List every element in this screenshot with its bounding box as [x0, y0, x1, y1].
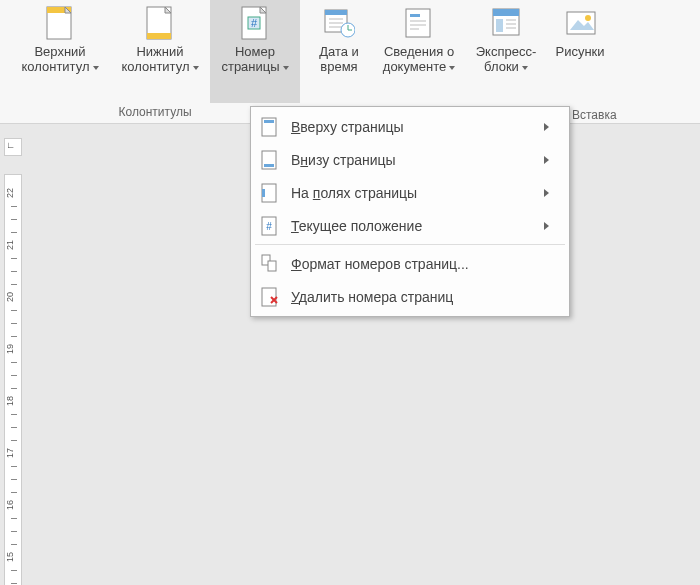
svg-rect-21 — [493, 9, 519, 16]
date-time-label-2: время — [320, 59, 357, 74]
doc-info-label-1: Сведения о — [384, 44, 454, 59]
submenu-arrow-icon — [544, 189, 549, 197]
menu-item-format-page-numbers[interactable]: Формат номеров страниц... — [251, 247, 569, 280]
page-number-button[interactable]: # Номер страницы — [210, 0, 300, 103]
menu-item-current-position[interactable]: # Текущее положение — [251, 209, 569, 242]
chevron-down-icon — [449, 66, 455, 70]
svg-text:#: # — [266, 221, 272, 232]
pictures-label: Рисунки — [555, 44, 604, 59]
submenu-arrow-icon — [544, 156, 549, 164]
submenu-arrow-icon — [544, 222, 549, 230]
pictures-button[interactable]: Рисунки — [547, 0, 613, 103]
ruler-tick: 18 — [5, 396, 21, 406]
quick-parts-label-2: блоки — [484, 59, 519, 74]
menu-item-top-of-page[interactable]: Вверху страницы — [251, 110, 569, 143]
svg-text:#: # — [251, 17, 258, 29]
svg-rect-8 — [325, 10, 347, 15]
svg-rect-15 — [406, 9, 430, 37]
menu-label: Удалить номера страниц — [291, 289, 549, 305]
header-icon — [44, 4, 76, 42]
remove-icon — [259, 286, 281, 308]
quick-parts-label-1: Экспресс- — [476, 44, 537, 59]
doc-info-label-2: документе — [383, 59, 446, 74]
svg-rect-38 — [268, 261, 276, 271]
current-pos-icon: # — [259, 215, 281, 237]
svg-rect-39 — [262, 288, 276, 306]
ruler-tick: 17 — [5, 448, 21, 458]
margins-icon — [259, 182, 281, 204]
top-page-icon — [259, 116, 281, 138]
menu-item-page-margins[interactable]: На полях страницы — [251, 176, 569, 209]
header-button[interactable]: Верхний колонтитул — [10, 0, 110, 103]
svg-rect-22 — [496, 19, 503, 32]
footer-label-1: Нижний — [136, 44, 183, 59]
page-number-icon: # — [239, 4, 271, 42]
ruler-tick: 19 — [5, 344, 21, 354]
calendar-clock-icon — [323, 4, 355, 42]
date-time-button[interactable]: Дата и время — [305, 0, 373, 103]
ruler-tick: 20 — [5, 292, 21, 302]
quick-parts-icon — [490, 4, 522, 42]
chevron-down-icon — [522, 66, 528, 70]
menu-item-remove-page-numbers[interactable]: Удалить номера страниц — [251, 280, 569, 313]
header-label-1: Верхний — [34, 44, 85, 59]
footer-button[interactable]: Нижний колонтитул — [110, 0, 210, 103]
ruler-tick: 21 — [5, 240, 21, 250]
page-number-label-2: страницы — [221, 59, 279, 74]
svg-rect-30 — [264, 120, 274, 123]
vertical-ruler[interactable]: 2221201918171615 — [4, 174, 22, 585]
ruler-tick: 15 — [5, 552, 21, 562]
chevron-down-icon — [193, 66, 199, 70]
page-number-menu: Вверху страницы Внизу страницы На полях … — [250, 106, 570, 317]
footer-label-2: колонтитул — [121, 59, 189, 74]
header-label-2: колонтитул — [21, 59, 89, 74]
ruler-corner: ∟ — [4, 138, 22, 156]
ruler-tick: 22 — [5, 188, 21, 198]
footer-icon — [144, 4, 176, 42]
svg-rect-32 — [264, 164, 274, 167]
menu-label: Формат номеров страниц... — [291, 256, 549, 272]
svg-point-28 — [585, 15, 591, 21]
bottom-page-icon — [259, 149, 281, 171]
submenu-arrow-icon — [544, 123, 549, 131]
svg-rect-34 — [262, 189, 265, 197]
chevron-down-icon — [93, 66, 99, 70]
quick-parts-button[interactable]: Экспресс- блоки — [465, 0, 547, 103]
group-label-insert: Вставка — [572, 108, 617, 122]
group-header-footer: Верхний колонтитул Нижний колонтитул # — [0, 0, 300, 123]
menu-separator — [255, 244, 565, 245]
format-icon — [259, 253, 281, 275]
group-insert: Дата и время Сведения о документе — [305, 0, 613, 123]
doc-info-button[interactable]: Сведения о документе — [373, 0, 465, 103]
doc-info-icon — [403, 4, 435, 42]
menu-label: Внизу страницы — [291, 152, 536, 168]
date-time-label-1: Дата и — [319, 44, 359, 59]
svg-rect-16 — [410, 14, 420, 17]
ruler-tick: 16 — [5, 500, 21, 510]
menu-label: На полях страницы — [291, 185, 536, 201]
menu-label: Текущее положение — [291, 218, 536, 234]
svg-rect-3 — [147, 33, 171, 39]
menu-label: Вверху страницы — [291, 119, 536, 135]
picture-icon — [564, 4, 596, 42]
chevron-down-icon — [283, 66, 289, 70]
menu-item-bottom-of-page[interactable]: Внизу страницы — [251, 143, 569, 176]
page-number-label-1: Номер — [235, 44, 275, 59]
